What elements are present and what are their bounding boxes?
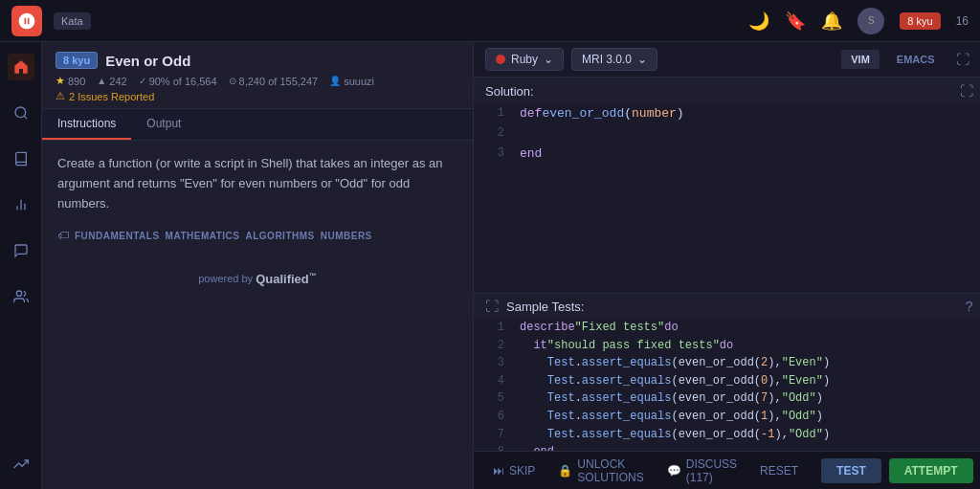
attempts: ⊙ 8,240 of 155,247 xyxy=(229,76,319,87)
code-editor[interactable]: 1 def even_or_odd(number) 2 3 end xyxy=(474,104,980,293)
tag-icon: 🏷 xyxy=(57,229,69,242)
avatar[interactable]: S xyxy=(858,8,884,34)
sample-tests-header: ⛶ Sample Tests: ? xyxy=(474,294,980,319)
votes-count: ▲ 242 xyxy=(97,76,126,87)
author: 👤 suuuzi xyxy=(329,76,374,87)
left-panel: 8 kyu Even or Odd ★ 890 ▲ 242 ✓ 90% of 1… xyxy=(42,42,473,489)
satisfaction: ✓ 90% of 16,564 xyxy=(139,76,217,87)
sample-tests-panel: ⛶ Sample Tests: ? 1 describe "Fixed test… xyxy=(474,293,980,451)
sample-tests-label: Sample Tests: xyxy=(506,300,966,314)
tab-bar: Instructions Output xyxy=(42,109,473,141)
code-line-3: 3 end xyxy=(474,144,980,165)
version-label: MRI 3.0.0 xyxy=(582,53,632,66)
test-line-7: 7 Test.assert_equals(even_or_odd(-1), "O… xyxy=(474,426,980,444)
fullscreen-icon[interactable]: ⛶ xyxy=(952,48,973,71)
attempt-button[interactable]: ATTEMPT xyxy=(889,458,973,483)
lock-icon: 🔒 xyxy=(558,464,572,478)
unlock-solutions-button[interactable]: 🔒 UNLOCK SOLUTIONS xyxy=(550,454,651,488)
test-line-1: 1 describe "Fixed tests" do xyxy=(474,319,980,337)
tag-numbers[interactable]: NUMBERS xyxy=(321,231,372,241)
bell-icon[interactable]: 🔔 xyxy=(821,11,842,32)
test-line-5: 5 Test.assert_equals(even_or_odd(7), "Od… xyxy=(474,389,980,408)
help-icon[interactable]: ? xyxy=(966,299,973,314)
kata-header: 8 kyu Even or Odd ★ 890 ▲ 242 ✓ 90% of 1… xyxy=(42,42,473,109)
code-line-2: 2 xyxy=(474,124,980,144)
bottom-bar: ⏭ SKIP 🔒 UNLOCK SOLUTIONS 💬 DISCUSS (117… xyxy=(474,451,980,489)
instructions-text: Create a function (or write a script in … xyxy=(57,154,457,213)
solution-header: Solution: ⛶ xyxy=(474,78,980,104)
version-select[interactable]: MRI 3.0.0 xyxy=(571,48,657,71)
tests-code-editor[interactable]: 1 describe "Fixed tests" do 2 it "should… xyxy=(474,319,980,451)
qualified-logo: Qualified™ xyxy=(256,272,317,286)
test-button[interactable]: TEST xyxy=(821,458,881,483)
reset-button[interactable]: RESET xyxy=(752,460,806,481)
sidebar-item-home[interactable] xyxy=(8,54,34,80)
sidebar-item-search[interactable] xyxy=(8,100,34,126)
sidebar-item-feed[interactable] xyxy=(8,191,34,218)
emacs-button[interactable]: EMACS xyxy=(887,50,945,69)
tab-instructions[interactable]: Instructions xyxy=(42,109,131,140)
svg-line-1 xyxy=(24,116,27,119)
skip-button[interactable]: ⏭ SKIP xyxy=(485,460,543,481)
test-line-2: 2 it "should pass fixed tests" do xyxy=(474,337,980,355)
tag-fundamentals[interactable]: FUNDAMENTALS xyxy=(75,231,160,241)
sidebar xyxy=(0,42,42,489)
test-line-3: 3 Test.assert_equals(even_or_odd(2), "Ev… xyxy=(474,354,980,372)
discuss-button[interactable]: 💬 DISCUSS (117) xyxy=(659,454,745,488)
test-line-4: 4 Test.assert_equals(even_or_odd(0), "Ev… xyxy=(474,372,980,390)
kyu-badge: 8 kyu xyxy=(56,52,98,69)
user-points: 16 xyxy=(956,14,969,28)
bookmark-icon[interactable]: 🔖 xyxy=(785,11,806,32)
sidebar-item-trending[interactable] xyxy=(8,451,34,478)
skip-icon: ⏭ xyxy=(493,464,504,478)
language-chevron xyxy=(544,53,553,66)
rank-badge: 8 kyu xyxy=(900,12,940,30)
expand-solution-icon[interactable]: ⛶ xyxy=(960,83,973,99)
expand-tests-icon[interactable]: ⛶ xyxy=(485,299,499,314)
nav-icons: 🌙 🔖 🔔 S 8 kyu 16 xyxy=(748,8,969,34)
stars-count: ★ 890 xyxy=(56,75,85,87)
qualified-footer: powered by Qualified™ xyxy=(57,271,457,285)
issues-row: ⚠ 2 Issues Reported xyxy=(56,90,459,102)
svg-point-2 xyxy=(16,291,21,296)
version-chevron xyxy=(637,53,647,66)
tab-output[interactable]: Output xyxy=(131,109,196,140)
sidebar-item-book[interactable] xyxy=(8,145,34,172)
vim-button[interactable]: VIM xyxy=(841,50,880,69)
moon-icon[interactable]: 🌙 xyxy=(748,11,769,32)
test-line-8: 8 end xyxy=(474,443,980,451)
test-line-6: 6 Test.assert_equals(even_or_odd(1), "Od… xyxy=(474,408,980,426)
solution-panel: Solution: ⛶ 1 def even_or_odd(number) 2 … xyxy=(474,78,980,293)
tag-mathematics[interactable]: MATHEMATICS xyxy=(166,231,240,241)
language-label: Ruby xyxy=(511,53,538,66)
code-toolbar: Ruby MRI 3.0.0 VIM EMACS ⛶ xyxy=(474,42,980,78)
discuss-icon: 💬 xyxy=(667,464,681,478)
instructions-content: Create a function (or write a script in … xyxy=(42,141,473,489)
code-line-1: 1 def even_or_odd(number) xyxy=(474,104,980,124)
tag-algorithms[interactable]: ALGORITHMS xyxy=(246,231,315,241)
top-navigation: Kata 🌙 🔖 🔔 S 8 kyu 16 xyxy=(0,0,980,42)
svg-point-0 xyxy=(15,107,26,118)
app-logo[interactable] xyxy=(11,6,42,36)
solution-label: Solution: xyxy=(485,84,960,99)
kata-meta: ★ 890 ▲ 242 ✓ 90% of 16,564 ⊙ 8,240 of 1… xyxy=(56,75,459,87)
ruby-dot xyxy=(496,55,505,64)
sidebar-item-chat[interactable] xyxy=(8,283,34,310)
kata-title: Even or Odd xyxy=(105,53,190,69)
language-select[interactable]: Ruby xyxy=(485,48,564,71)
tags-row: 🏷 FUNDAMENTALS MATHEMATICS ALGORITHMS NU… xyxy=(57,229,457,242)
sidebar-item-discuss[interactable] xyxy=(8,237,34,264)
kata-breadcrumb: Kata xyxy=(54,12,91,30)
right-panel: Ruby MRI 3.0.0 VIM EMACS ⛶ Solution: ⛶ 1… xyxy=(473,42,980,489)
